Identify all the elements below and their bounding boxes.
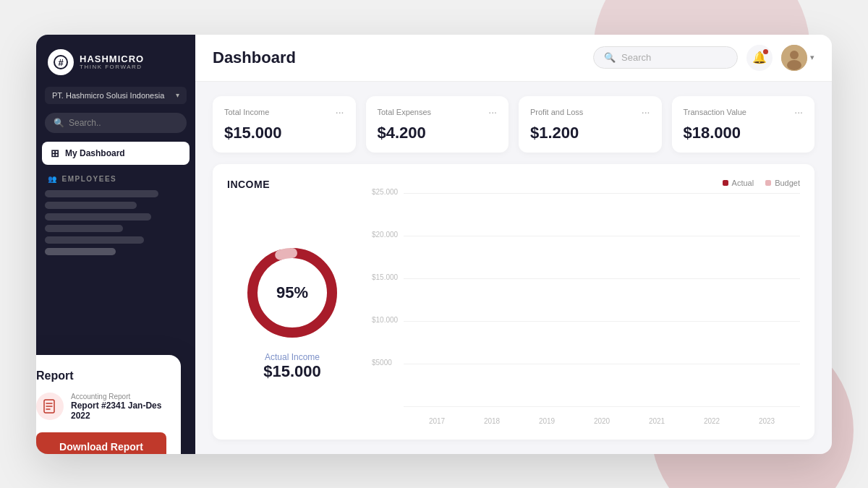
- income-donut-area: 95% Actual Income $15.000: [227, 199, 357, 425]
- user-avatar: [781, 45, 807, 71]
- svg-point-4: [790, 51, 799, 59]
- page-title: Dashboard: [213, 48, 296, 67]
- sidebar-nav-items: [36, 187, 195, 258]
- top-bar-right: 🔍 🔔 ▾: [593, 45, 814, 71]
- sidebar-section-employees: 👥 EMPLOYEES: [36, 168, 195, 187]
- donut-percent: 95%: [276, 283, 308, 302]
- chevron-down-icon: ▾: [810, 53, 814, 62]
- x-label-2020: 2020: [574, 417, 629, 425]
- svg-point-5: [787, 60, 801, 70]
- nav-item-4[interactable]: [45, 225, 123, 232]
- logo-text: HASHMICRO THINK FORWARD: [80, 54, 144, 70]
- stat-cards: Total Income ··· $15.000 Total Expenses …: [213, 96, 814, 153]
- sidebar: # HASHMICRO THINK FORWARD PT. Hashmicro …: [36, 35, 195, 454]
- report-card: Report Accounting Report Report #2341 Ja…: [36, 355, 181, 454]
- search-icon: 🔍: [604, 52, 616, 63]
- income-section-title: INCOME: [227, 179, 357, 190]
- x-label-2017: 2017: [409, 417, 464, 425]
- grid-label-5k: $5000: [372, 359, 392, 367]
- grid-label-10k: $10.000: [372, 316, 398, 324]
- stat-card-header: Total Expenses ···: [378, 106, 498, 118]
- donut-chart: 95%: [242, 242, 343, 343]
- top-bar: Dashboard 🔍 🔔: [195, 35, 832, 82]
- stat-card-income: Total Income ··· $15.000: [213, 96, 356, 153]
- x-label-2023: 2023: [739, 417, 794, 425]
- legend-budget: Budget: [765, 179, 800, 187]
- nav-item-5[interactable]: [45, 236, 144, 244]
- grid-label-15k: $15.000: [372, 273, 398, 281]
- report-info: Accounting Report Report #2341 Jan-Des 2…: [36, 393, 166, 421]
- nav-item-2[interactable]: [45, 202, 137, 209]
- stat-value-profit: $1.200: [530, 124, 650, 142]
- sidebar-item-dashboard[interactable]: ⊞ My Dashboard: [42, 142, 190, 165]
- x-label-2018: 2018: [464, 417, 519, 425]
- legend-budget-label: Budget: [775, 179, 800, 187]
- stat-menu-icon[interactable]: ···: [336, 106, 344, 118]
- search-icon: 🔍: [54, 118, 64, 128]
- stat-card-expenses: Total Expenses ··· $4.200: [366, 96, 509, 153]
- stat-label-expenses: Total Expenses: [378, 108, 432, 116]
- report-doc-icon: [36, 393, 64, 420]
- x-label-2019: 2019: [519, 417, 574, 425]
- download-report-button[interactable]: Download Report: [36, 432, 166, 454]
- logo-name: HASHMICRO: [80, 54, 144, 64]
- content-area: Total Income ··· $15.000 Total Expenses …: [195, 82, 832, 454]
- main-content: Dashboard 🔍 🔔: [195, 35, 832, 454]
- company-selector[interactable]: PT. Hashmicro Solusi Indonesia ▾: [45, 87, 187, 104]
- x-label-2021: 2021: [629, 417, 684, 425]
- grid-label-20k: $20.000: [372, 231, 398, 239]
- chart-area: $25.000 $20.000 $15.000 $10.000 $5000: [375, 193, 800, 425]
- logo-icon: #: [48, 49, 74, 75]
- actual-income-label: Actual Income: [263, 352, 321, 362]
- notification-button[interactable]: 🔔: [746, 45, 773, 71]
- search-input[interactable]: [621, 52, 727, 63]
- stat-value-transaction: $18.000: [684, 124, 804, 142]
- actual-income-info: Actual Income $15.000: [263, 352, 321, 381]
- sidebar-logo: # HASHMICRO THINK FORWARD: [36, 35, 195, 87]
- employees-icon: 👥: [48, 175, 58, 183]
- actual-income-value: $15.000: [263, 362, 321, 381]
- stat-value-income: $15.000: [224, 124, 344, 142]
- income-left: INCOME 95%: [227, 179, 357, 425]
- report-name: Report #2341 Jan-Des 2022: [71, 401, 166, 421]
- income-section: INCOME 95%: [213, 164, 814, 440]
- x-label-2022: 2022: [684, 417, 739, 425]
- legend-actual-label: Actual: [732, 179, 754, 187]
- legend-dot-budget: [765, 180, 771, 186]
- search-bar[interactable]: 🔍: [593, 46, 738, 69]
- stat-label-income: Total Income: [224, 108, 269, 116]
- stat-card-transaction: Transaction Value ··· $18.000: [672, 96, 815, 153]
- report-type: Accounting Report: [71, 393, 166, 401]
- report-meta: Accounting Report Report #2341 Jan-Des 2…: [71, 393, 166, 421]
- chevron-down-icon: ▾: [176, 91, 179, 99]
- notification-dot: [763, 49, 768, 54]
- sidebar-search-input[interactable]: [69, 118, 178, 128]
- stat-card-profit: Profit and Loss ··· $1.200: [519, 96, 662, 153]
- svg-text:#: #: [58, 57, 64, 68]
- sidebar-search[interactable]: 🔍: [45, 113, 187, 133]
- income-right: Actual Budget $25.000 $20.000 $15.000: [375, 179, 800, 425]
- legend-actual: Actual: [723, 179, 754, 187]
- company-name: PT. Hashmicro Solusi Indonesia: [52, 91, 164, 100]
- chart-legend: Actual Budget: [375, 179, 800, 187]
- stat-menu-icon[interactable]: ···: [642, 106, 650, 118]
- grid-label-25k: $25.000: [372, 188, 398, 196]
- report-card-title: Report: [36, 369, 166, 382]
- bars-wrapper: [404, 193, 800, 408]
- nav-item-6[interactable]: [45, 248, 116, 255]
- nav-item-3[interactable]: [45, 213, 151, 221]
- stat-label-transaction: Transaction Value: [684, 108, 746, 116]
- dashboard-icon: ⊞: [51, 147, 59, 159]
- stat-card-header: Profit and Loss ···: [530, 106, 650, 118]
- donut-center: 95%: [276, 283, 308, 302]
- stat-menu-icon[interactable]: ···: [794, 106, 803, 118]
- nav-item-1[interactable]: [45, 190, 158, 197]
- stat-menu-icon[interactable]: ···: [488, 106, 497, 118]
- app-container: # HASHMICRO THINK FORWARD PT. Hashmicro …: [36, 35, 832, 454]
- logo-tagline: THINK FORWARD: [80, 64, 144, 70]
- stat-value-expenses: $4.200: [378, 124, 498, 142]
- legend-dot-actual: [723, 180, 728, 186]
- section-label: EMPLOYEES: [62, 175, 117, 183]
- stat-card-header: Transaction Value ···: [684, 106, 804, 118]
- user-menu[interactable]: ▾: [781, 45, 814, 71]
